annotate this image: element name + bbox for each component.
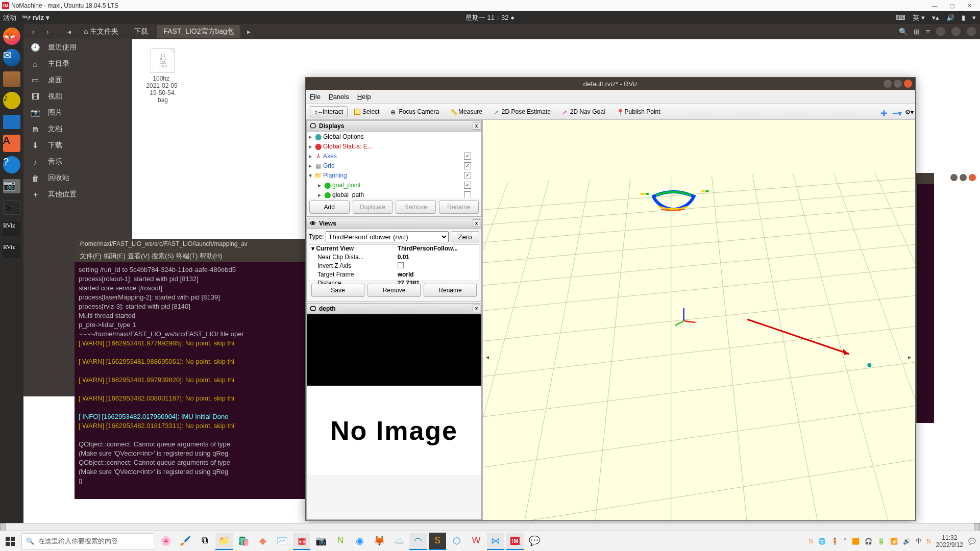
displays-tree[interactable]: ▸⬤Global Options ▸⬤Global Status: E... ▸… (307, 132, 481, 198)
gear-tool-icon[interactable]: ⚙▾ (905, 109, 911, 115)
rviz-maximize[interactable] (894, 80, 902, 88)
dock-files[interactable] (2, 69, 22, 89)
tray-globe[interactable]: 🌐 (818, 538, 826, 545)
sidebar-recent[interactable]: 🕘最近使用 (23, 39, 132, 56)
network-icon[interactable]: ▾▴ (932, 14, 939, 21)
task-nomachine[interactable]: !M (506, 533, 524, 550)
task-explorer[interactable]: 📁 (215, 533, 233, 550)
sidebar-other[interactable]: ＋其他位置 (23, 186, 132, 203)
tray-notifications[interactable]: 💬 (968, 538, 976, 545)
task-taskview[interactable]: ⧉ (196, 533, 213, 550)
power-icon[interactable]: ▾ (972, 14, 976, 21)
dock-help[interactable]: ? (2, 155, 22, 175)
terminal-output[interactable]: setting /run_id to 5c4bb784-324b-11ed-aa… (75, 262, 307, 489)
bg-max[interactable] (960, 174, 967, 181)
nav-forward[interactable]: › (42, 26, 53, 37)
task-cloud[interactable]: ☁️ (390, 533, 407, 550)
scroll-right[interactable] (974, 523, 980, 531)
volume-icon[interactable]: 🔊 (946, 14, 954, 21)
sidebar-music[interactable]: ♪音乐 (23, 154, 132, 170)
hamburger-icon[interactable]: ≡ (926, 28, 930, 36)
type-select[interactable]: ThirdPersonFollower (rviz) (326, 231, 449, 242)
plus-tool-icon[interactable]: ✚ (880, 109, 887, 115)
win-max[interactable] (951, 27, 961, 36)
term-menu-search[interactable]: 搜索(S) (152, 252, 174, 261)
ime-indicator[interactable]: 英 ▾ (913, 13, 925, 22)
sidebar-videos[interactable]: 🎞视频 (23, 88, 132, 105)
activities-button[interactable]: 活动 (3, 13, 16, 22)
tray-ime2[interactable]: 中 (916, 537, 922, 545)
task-onenote[interactable]: N (332, 533, 349, 550)
zero-button[interactable]: Zero (451, 231, 479, 242)
task-store[interactable]: 🛍️ (235, 533, 252, 550)
win-min[interactable] (936, 27, 945, 36)
tool-focus[interactable]: ⊕Focus Camera (386, 106, 444, 117)
dock-firefox[interactable]: 🦊 (2, 26, 22, 46)
sidebar-documents[interactable]: 🗎文档 (23, 121, 132, 137)
dock-screenshot[interactable]: 📷 (2, 176, 22, 196)
task-red[interactable]: ▦ (293, 533, 310, 550)
crumb-download[interactable]: 下载 (128, 25, 154, 38)
term-menu-terminal[interactable]: 终端(T) (176, 252, 198, 261)
bg-close[interactable] (969, 174, 976, 181)
app-menu[interactable]: ᴿⱽᵢᶻ rviz ▾ (22, 14, 50, 21)
keyboard-icon[interactable]: ⌨ (896, 14, 905, 21)
tray-app2[interactable]: 🎧 (865, 538, 872, 545)
views-close[interactable]: x (473, 219, 480, 227)
clock-center[interactable]: 星期一 11：32 ● (465, 13, 514, 22)
tool-measure[interactable]: 📏Measure (446, 106, 487, 117)
crumb-home[interactable]: ⌂ 主文件夹 (78, 25, 125, 38)
menu-panels[interactable]: Panels (329, 93, 349, 101)
path-back[interactable]: ◂ (63, 26, 75, 37)
dock-rviz2[interactable]: RViz (2, 240, 22, 261)
views-header[interactable]: 👁 Views x (307, 218, 481, 229)
rviz-close[interactable] (904, 80, 912, 88)
tool-nav[interactable]: ↗2D Nav Goal (557, 106, 610, 117)
view-grid-icon[interactable]: ⊞ (914, 28, 920, 36)
menu-file[interactable]: File (310, 93, 321, 101)
tool-publish[interactable]: 📍Publish Point (612, 106, 665, 117)
tray-clock[interactable]: 11:322022/9/12 (936, 534, 963, 548)
path-check[interactable] (464, 191, 471, 198)
task-flower[interactable]: 🌸 (157, 533, 175, 550)
goal-check[interactable]: ✓ (464, 182, 471, 189)
task-firefox[interactable]: 🦊 (371, 533, 388, 550)
task-camera[interactable]: 📷 (312, 533, 330, 550)
start-button[interactable] (0, 531, 20, 552)
menu-help[interactable]: Help (357, 93, 371, 101)
dock-document[interactable] (2, 112, 22, 132)
path-forward[interactable]: ▸ (243, 26, 255, 37)
sidebar-pictures[interactable]: 📷图片 (23, 105, 132, 121)
tray-up[interactable]: ˄ (844, 538, 847, 545)
sidebar-trash[interactable]: 🗑回收站 (23, 170, 132, 186)
file-bag[interactable]: 1 110 11011010 100hz_ 2021-02-05- 19-50-… (142, 48, 183, 104)
minimize-button[interactable]: — (926, 0, 943, 11)
task-blue[interactable]: ⬡ (448, 533, 465, 550)
task-orange[interactable]: ◆ (254, 533, 272, 550)
search-icon[interactable]: 🔍 (899, 28, 908, 36)
task-mail[interactable]: ✉️ (274, 533, 291, 550)
dock-music[interactable]: ♪ (2, 90, 22, 111)
tray-sogou[interactable]: S (809, 538, 813, 545)
dock-software[interactable]: A (2, 133, 22, 154)
tool-select[interactable]: Select (350, 106, 384, 117)
tray-person[interactable]: 🧍 (831, 538, 839, 545)
crumb-folder[interactable]: FAST_LIO2官方bag包 (157, 25, 240, 38)
task-edge[interactable]: ◠ (409, 533, 427, 550)
sidebar-downloads[interactable]: ⬇下载 (23, 137, 132, 154)
tray-wifi[interactable]: 📶 (890, 538, 898, 545)
depth-close[interactable]: x (473, 305, 480, 312)
term-menu-help[interactable]: 帮助(H) (200, 252, 222, 261)
vremove-button[interactable]: Remove (368, 284, 421, 297)
add-button[interactable]: Add (309, 201, 350, 214)
depth-header[interactable]: 🖵 depth x (307, 304, 481, 314)
task-wps[interactable]: W (468, 533, 485, 550)
grid-check[interactable]: ✓ (464, 162, 471, 169)
dock-rviz1[interactable]: RViz (2, 219, 22, 239)
tray-app1[interactable]: 🟧 (852, 538, 860, 545)
task-sublime[interactable]: S (429, 533, 446, 550)
win-close[interactable] (967, 27, 976, 36)
rviz-3d-view[interactable]: ◂ ▸ (482, 120, 915, 520)
bg-min[interactable] (950, 174, 958, 181)
rviz-titlebar[interactable]: default.rviz* - RViz (306, 78, 915, 90)
